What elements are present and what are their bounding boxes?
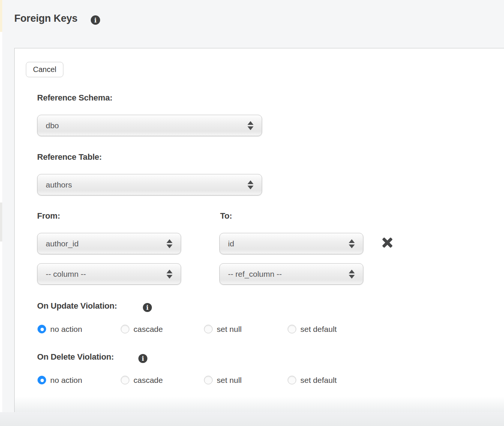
page-title: Foreign Keys — [14, 13, 78, 24]
reference-table-select[interactable]: authors — [37, 174, 262, 195]
on-delete-info-icon[interactable] — [138, 354, 147, 363]
select-spinner-arrows-icon — [166, 239, 172, 248]
from-label: From: — [37, 211, 60, 221]
radio-delete-set-default[interactable]: set default — [288, 376, 337, 384]
to-label: To: — [220, 211, 232, 221]
radio-label[interactable]: set null — [217, 325, 242, 333]
to-ref-column-select[interactable]: id — [219, 233, 363, 254]
adjacent-highlight-row — [0, 0, 2, 32]
adjacent-gray-row — [0, 202, 2, 242]
panel-bottom-fade — [15, 396, 504, 412]
radio-label[interactable]: set null — [217, 376, 242, 384]
window-footer — [0, 412, 504, 426]
radio-unselected-icon[interactable] — [288, 325, 296, 333]
radio-unselected-icon[interactable] — [121, 376, 129, 384]
reference-table-label: Reference Table: — [37, 152, 102, 162]
radio-label[interactable]: set default — [300, 325, 337, 333]
on-delete-violation-label: On Delete Violation: — [37, 352, 114, 362]
reference-schema-value: dbo — [46, 121, 59, 130]
add-ref-column-value: -- ref_column -- — [228, 270, 282, 279]
radio-update-no-action[interactable]: no action — [38, 325, 82, 333]
radio-label[interactable]: cascade — [134, 376, 163, 384]
reference-table-value: authors — [46, 180, 72, 189]
reference-schema-select[interactable]: dbo — [37, 115, 262, 136]
radio-update-set-null[interactable]: set null — [204, 325, 242, 333]
remove-mapping-button[interactable] — [382, 237, 393, 248]
radio-delete-cascade[interactable]: cascade — [121, 376, 163, 384]
radio-unselected-icon[interactable] — [121, 325, 129, 333]
select-spinner-arrows-icon — [248, 180, 254, 189]
to-ref-column-value: id — [228, 239, 234, 248]
x-icon — [382, 237, 393, 248]
foreign-keys-info-icon[interactable] — [91, 15, 100, 25]
radio-selected-icon[interactable] — [38, 376, 46, 384]
radio-delete-no-action[interactable]: no action — [38, 376, 82, 384]
add-column-value: -- column -- — [46, 270, 86, 279]
radio-label[interactable]: no action — [50, 325, 82, 333]
from-column-select[interactable]: author_id — [37, 233, 181, 254]
radio-unselected-icon[interactable] — [204, 376, 213, 384]
radio-label[interactable]: set default — [300, 376, 337, 384]
on-update-info-icon[interactable] — [143, 303, 152, 312]
from-column-value: author_id — [46, 239, 79, 248]
radio-unselected-icon[interactable] — [288, 376, 296, 384]
radio-selected-icon[interactable] — [38, 325, 46, 333]
add-ref-column-select[interactable]: -- ref_column -- — [219, 263, 363, 285]
foreign-key-editor-panel: Cancel Reference Schema: dbo Reference T… — [14, 48, 504, 412]
radio-update-set-default[interactable]: set default — [288, 325, 337, 333]
foreign-keys-page: Foreign Keys Cancel Reference Schema: db… — [0, 0, 504, 426]
radio-label[interactable]: no action — [50, 376, 82, 384]
cancel-button[interactable]: Cancel — [26, 62, 63, 77]
adjacent-panel-edge — [0, 0, 2, 412]
select-spinner-arrows-icon — [166, 270, 172, 279]
radio-label[interactable]: cascade — [134, 325, 163, 333]
radio-unselected-icon[interactable] — [204, 325, 213, 333]
add-column-select[interactable]: -- column -- — [37, 263, 181, 285]
on-update-violation-label: On Update Violation: — [37, 301, 117, 311]
reference-schema-label: Reference Schema: — [37, 93, 112, 103]
select-spinner-arrows-icon — [349, 270, 355, 279]
select-spinner-arrows-icon — [248, 121, 254, 130]
select-spinner-arrows-icon — [349, 239, 355, 248]
radio-delete-set-null[interactable]: set null — [204, 376, 242, 384]
radio-update-cascade[interactable]: cascade — [121, 325, 163, 333]
